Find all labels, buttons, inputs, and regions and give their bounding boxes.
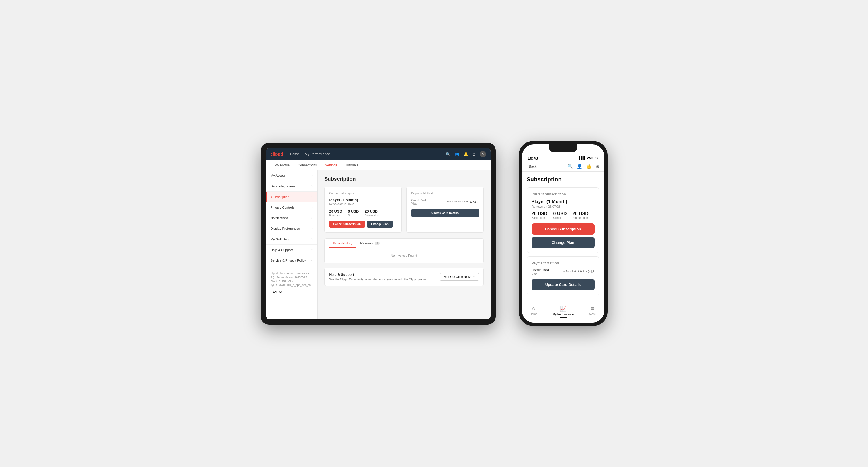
visit-community-button[interactable]: Visit Our Community ↗ <box>440 273 479 281</box>
person-icon[interactable]: 👤 <box>577 164 582 169</box>
phone-change-plan-button[interactable]: Change Plan <box>532 237 595 248</box>
plus-icon[interactable]: ⊕ <box>596 164 599 169</box>
avatar[interactable]: A <box>480 151 486 157</box>
current-subscription-card: Current Subscription Player (1 Month) Re… <box>324 187 402 232</box>
phone-status-bar: 10:43 ▌▌▌ WiFi 85 <box>522 152 604 162</box>
sidebar-item-display-preferences[interactable]: Display Preferences › <box>266 223 317 234</box>
active-indicator <box>560 317 566 318</box>
payment-method-title: Payment Method <box>411 192 479 195</box>
back-button[interactable]: ‹ Back <box>527 164 537 168</box>
plan-pricing: 20 USD Base price 0 USD Credit 20 USD Am… <box>329 209 397 217</box>
sidebar-item-data-integrations[interactable]: Data Integrations › <box>266 181 317 192</box>
phone-current-subscription: Current Subscription Player (1 Month) Re… <box>527 187 599 253</box>
chevron-left-icon: ‹ <box>527 164 528 168</box>
bell-icon[interactable]: 🔔 <box>586 164 592 169</box>
base-price-label: Base price <box>329 214 342 217</box>
change-plan-button[interactable]: Change Plan <box>367 221 393 228</box>
subnav-settings[interactable]: Settings <box>321 160 341 170</box>
performance-icon: 📈 <box>560 306 566 312</box>
phone-credit-label: Credit <box>553 216 567 219</box>
bell-icon[interactable]: 🔔 <box>463 152 468 156</box>
phone-device: 10:43 ▌▌▌ WiFi 85 ‹ Back 🔍 👤 🔔 ⊕ Subscri… <box>519 141 608 326</box>
amount-due-label: Amount due <box>365 214 378 217</box>
phone-credit: 0 USD Credit <box>553 211 567 219</box>
phone-navbar: ‹ Back 🔍 👤 🔔 ⊕ <box>522 162 604 172</box>
billing-empty-message: No Invoices Found <box>325 248 484 263</box>
payment-type: Credit Card Visa <box>411 199 426 205</box>
phone-payment-title: Payment Method <box>532 261 595 265</box>
search-icon[interactable]: 🔍 <box>445 152 451 156</box>
wifi-icon: WiFi <box>587 156 593 160</box>
search-icon[interactable]: 🔍 <box>567 164 573 169</box>
nav-home[interactable]: Home <box>290 152 299 156</box>
phone-plan-renew: Renews on 25/07/23 <box>532 205 595 208</box>
sidebar-item-help-support[interactable]: Help & Support ↗ <box>266 245 317 255</box>
phone-base-price-label: Base price <box>532 216 548 219</box>
subscription-cards: Current Subscription Player (1 Month) Re… <box>324 187 484 232</box>
phone-content: Subscription Current Subscription Player… <box>522 172 604 303</box>
tablet-screen: clippd Home My Performance 🔍 👥 🔔 ⊙ A My … <box>266 148 491 319</box>
language-selector[interactable]: EN <box>271 290 313 295</box>
menu-icon: ≡ <box>591 306 594 312</box>
phone-nav-menu[interactable]: ≡ Menu <box>589 306 596 318</box>
phone-nav-home[interactable]: ⌂ Home <box>530 306 537 318</box>
phone-cancel-subscription-button[interactable]: Cancel Subscription <box>532 223 595 235</box>
tab-referrals[interactable]: Referrals 0 <box>356 239 384 248</box>
phone-payment-type: Credit Card Visa <box>532 268 549 276</box>
chevron-right-icon: › <box>311 174 312 177</box>
phone-nav-my-performance[interactable]: 📈 My Performance <box>553 306 574 318</box>
phone-notch <box>549 145 578 152</box>
nav-my-performance[interactable]: My Performance <box>305 152 330 156</box>
page-title: Subscription <box>324 176 484 182</box>
subnav-tutorials[interactable]: Tutorials <box>341 160 363 170</box>
signal-icon: ▌▌▌ <box>579 156 586 160</box>
users-icon[interactable]: 👥 <box>455 152 459 156</box>
phone-amount-due-label: Amount due <box>572 216 589 219</box>
brand-logo[interactable]: clippd <box>271 152 283 156</box>
phone-page-title: Subscription <box>527 176 599 183</box>
credit-label: Credit <box>348 214 359 217</box>
phone-sub-title: Current Subscription <box>532 192 595 196</box>
sidebar-item-my-account[interactable]: My Account › <box>266 170 317 181</box>
status-icons: ▌▌▌ WiFi 85 <box>579 156 598 160</box>
phone-credit-value: 0 USD <box>553 211 567 216</box>
sidebar-item-privacy-controls[interactable]: Privacy Controls › <box>266 202 317 213</box>
phone-payment-number: **** **** **** 4242 <box>562 270 595 274</box>
referrals-badge: 0 <box>375 242 380 245</box>
chevron-right-icon: › <box>311 195 312 198</box>
phone-amount-due-value: 20 USD <box>572 211 589 216</box>
payment-number: **** **** **** 4242 <box>447 200 479 204</box>
help-text: Help & Support Visit the Clippd Communit… <box>329 273 429 281</box>
tab-billing-history[interactable]: Billing History <box>329 239 356 248</box>
settings-icon[interactable]: ⊙ <box>472 152 476 156</box>
subnav-my-profile[interactable]: My Profile <box>271 160 294 170</box>
amount-due-value: 20 USD <box>365 209 378 213</box>
phone-screen: 10:43 ▌▌▌ WiFi 85 ‹ Back 🔍 👤 🔔 ⊕ Subscri… <box>522 145 604 322</box>
sidebar-item-service-privacy[interactable]: Service & Privacy Policy ↗ <box>266 255 317 266</box>
help-title: Help & Support <box>329 273 429 277</box>
sidebar-item-my-golf-bag[interactable]: My Golf Bag › <box>266 234 317 245</box>
billing-section: Billing History Referrals 0 No Invoices … <box>324 238 484 263</box>
credit-item: 0 USD Credit <box>348 209 359 217</box>
amount-due-item: 20 USD Amount due <box>365 209 378 217</box>
tablet-body: My Account › Data Integrations › Subscri… <box>266 170 491 319</box>
sidebar-item-subscription[interactable]: Subscription › <box>266 192 317 202</box>
plan-renew: Renews on 25/07/23 <box>329 203 397 206</box>
language-dropdown[interactable]: EN <box>271 290 283 295</box>
sidebar-item-notifications[interactable]: Notifications › <box>266 213 317 223</box>
payment-method-card: Payment Method Credit Card Visa **** ***… <box>406 187 484 232</box>
phone-payment-section: Payment Method Credit Card Visa **** ***… <box>527 256 599 295</box>
subnav-connections[interactable]: Connections <box>294 160 321 170</box>
payment-row: Credit Card Visa **** **** **** 4242 <box>411 199 479 205</box>
home-icon: ⌂ <box>532 306 535 312</box>
phone-update-card-button[interactable]: Update Card Details <box>532 279 595 290</box>
tablet-subnav: My Profile Connections Settings Tutorial… <box>266 160 491 170</box>
tablet-sidebar: My Account › Data Integrations › Subscri… <box>266 170 317 319</box>
update-card-button[interactable]: Update Card Details <box>411 209 479 217</box>
current-subscription-title: Current Subscription <box>329 192 397 195</box>
phone-pricing: 20 USD Base price 0 USD Credit 20 USD Am… <box>532 211 595 219</box>
help-section: Help & Support Visit the Clippd Communit… <box>324 268 484 286</box>
credit-value: 0 USD <box>348 209 359 213</box>
cancel-subscription-button[interactable]: Cancel Subscription <box>329 221 365 228</box>
chevron-right-icon: › <box>311 227 312 230</box>
